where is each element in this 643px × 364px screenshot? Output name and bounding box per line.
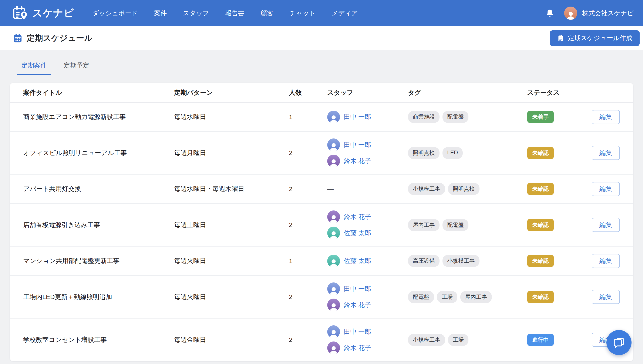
staff-name-link[interactable]: 鈴木 花子 — [344, 301, 371, 310]
status-cell: 未確認 — [527, 291, 590, 303]
staff-member[interactable]: 田中 一郎 — [327, 138, 408, 151]
staff-member[interactable]: 鈴木 花子 — [327, 298, 408, 311]
status-badge: 未着手 — [527, 111, 554, 123]
main-content: 定期案件 定期予定 案件タイトル 定期パターン 人数 スタッフ タグ ステータス… — [0, 50, 643, 361]
recurrence-pattern: 毎週水曜日 — [174, 112, 289, 121]
edit-button[interactable]: 編集 — [592, 218, 620, 232]
status-cell: 進行中 — [527, 334, 590, 346]
recurrence-pattern: 毎週火曜日 — [174, 256, 289, 265]
staff-member[interactable]: 鈴木 花子 — [327, 154, 408, 167]
project-title: 店舗看板電源引き込み工事 — [23, 221, 174, 229]
edit-button[interactable]: 編集 — [592, 146, 620, 160]
col-header-staff: スタッフ — [327, 88, 408, 97]
staff-name-link[interactable]: 田中 一郎 — [344, 284, 371, 293]
create-schedule-button[interactable]: 定期スケジュール作成 — [550, 30, 639, 46]
tag-list: 小規模工事工場 — [408, 334, 527, 346]
staff-name-link[interactable]: 田中 一郎 — [344, 328, 371, 336]
tag-pill: LED — [443, 147, 463, 159]
status-cell: 未着手 — [527, 111, 590, 123]
tab-regular-projects[interactable]: 定期案件 — [17, 61, 51, 76]
staff-member[interactable]: 佐藤 太郎 — [327, 255, 408, 267]
project-title: 商業施設エアコン動力電源新設工事 — [23, 112, 174, 121]
col-header-count: 人数 — [289, 88, 327, 97]
tag-pill: 小規模工事 — [443, 255, 480, 267]
table-row: 工場内LED更新＋動線照明追加 毎週火曜日 2 田中 一郎鈴木 花子 配電盤工場… — [10, 276, 633, 318]
tag-pill: 工場 — [437, 291, 457, 303]
nav-item-staff[interactable]: スタッフ — [183, 9, 209, 18]
staff-list: — — [327, 178, 408, 200]
table-header-row: 案件タイトル 定期パターン 人数 スタッフ タグ ステータス — [10, 83, 633, 102]
staff-avatar — [327, 154, 340, 167]
notification-bell-icon[interactable] — [545, 9, 554, 18]
edit-button[interactable]: 編集 — [592, 110, 620, 124]
tag-pill: 照明点検 — [408, 147, 440, 159]
nav-item-chat[interactable]: チャット — [289, 9, 316, 18]
tag-pill: 小規模工事 — [408, 334, 445, 346]
tag-pill: 配電盤 — [443, 219, 469, 231]
table-row: オフィスビル照明リニューアル工事 毎週月曜日 2 田中 一郎鈴木 花子 照明点検… — [10, 132, 633, 174]
status-badge: 未確認 — [527, 183, 554, 195]
staff-member[interactable]: 鈴木 花子 — [327, 342, 408, 354]
staff-name-link[interactable]: 佐藤 太郎 — [344, 229, 371, 238]
tag-list: 配電盤工場屋内工事 — [408, 291, 527, 303]
staff-avatar — [327, 138, 340, 151]
staff-list: 鈴木 花子佐藤 太郎 — [327, 204, 408, 246]
tag-list: 屋内工事配電盤 — [408, 219, 527, 231]
nav-item-reports[interactable]: 報告書 — [225, 9, 244, 18]
table-row: マンション共用部配電盤更新工事 毎週火曜日 1 佐藤 太郎 高圧設備小規模工事 … — [10, 246, 633, 276]
staff-list: 田中 一郎 — [327, 104, 408, 130]
project-title: 学校教室コンセント増設工事 — [23, 336, 174, 344]
table-row: 学校教室コンセント増設工事 毎週金曜日 2 田中 一郎鈴木 花子 小規模工事工場… — [10, 318, 633, 361]
tag-pill: 高圧設備 — [408, 255, 440, 267]
staff-name-link[interactable]: 鈴木 花子 — [344, 157, 371, 166]
project-title: アパート共用灯交換 — [23, 184, 174, 193]
nav-item-dashboard[interactable]: ダッシュボード — [92, 9, 138, 18]
staff-member[interactable]: 佐藤 太郎 — [327, 226, 408, 239]
brand-logo[interactable]: スケナビ — [13, 5, 74, 21]
status-cell: 未確認 — [527, 255, 590, 267]
edit-button[interactable]: 編集 — [592, 290, 620, 304]
staff-avatar — [327, 342, 340, 354]
staff-member[interactable]: 田中 一郎 — [327, 111, 408, 124]
staff-member[interactable]: 田中 一郎 — [327, 282, 408, 295]
tag-pill: 小規模工事 — [408, 183, 445, 195]
staff-avatar — [327, 298, 340, 311]
staff-member[interactable]: 田中 一郎 — [327, 325, 408, 338]
project-title: オフィスビル照明リニューアル工事 — [23, 149, 174, 157]
recurrence-pattern: 毎週月曜日 — [174, 149, 289, 157]
staff-name-link[interactable]: 鈴木 花子 — [344, 344, 371, 352]
staff-list: 田中 一郎鈴木 花子 — [327, 318, 408, 361]
project-title: マンション共用部配電盤更新工事 — [23, 256, 174, 265]
edit-button[interactable]: 編集 — [592, 254, 620, 268]
tag-pill: 配電盤 — [443, 111, 469, 123]
staff-avatar — [327, 325, 340, 338]
nav-item-media[interactable]: メディア — [332, 9, 358, 18]
chat-fab-button[interactable] — [606, 330, 631, 355]
nav-item-customers[interactable]: 顧客 — [261, 9, 273, 18]
staff-name-link[interactable]: 鈴木 花子 — [344, 212, 371, 221]
company-name[interactable]: 株式会社スケナビ — [582, 9, 634, 18]
tag-pill: 屋内工事 — [408, 219, 440, 231]
table-body: 商業施設エアコン動力電源新設工事 毎週水曜日 1 田中 一郎 商業施設配電盤 未… — [10, 102, 633, 361]
tag-list: 高圧設備小規模工事 — [408, 255, 527, 267]
recurrence-pattern: 毎週土曜日 — [174, 221, 289, 229]
staff-avatar — [327, 210, 340, 223]
tag-list: 商業施設配電盤 — [408, 111, 527, 123]
edit-button[interactable]: 編集 — [592, 182, 620, 196]
col-header-pattern: 定期パターン — [174, 88, 289, 97]
table-row: 店舗看板電源引き込み工事 毎週土曜日 2 鈴木 花子佐藤 太郎 屋内工事配電盤 … — [10, 204, 633, 246]
user-avatar[interactable] — [564, 6, 577, 20]
status-cell: 未確認 — [527, 147, 590, 159]
tag-pill: 屋内工事 — [460, 291, 492, 303]
tag-pill: 商業施設 — [408, 111, 440, 123]
staff-count: 1 — [289, 258, 327, 264]
staff-avatar — [327, 111, 340, 124]
nav-item-projects[interactable]: 案件 — [154, 9, 167, 18]
staff-name-link[interactable]: 田中 一郎 — [344, 140, 371, 149]
col-header-tags: タグ — [408, 88, 527, 97]
status-badge: 進行中 — [527, 334, 554, 346]
tab-regular-events[interactable]: 定期予定 — [63, 61, 90, 76]
staff-name-link[interactable]: 佐藤 太郎 — [344, 256, 371, 265]
staff-member[interactable]: 鈴木 花子 — [327, 210, 408, 223]
staff-name-link[interactable]: 田中 一郎 — [344, 112, 371, 121]
